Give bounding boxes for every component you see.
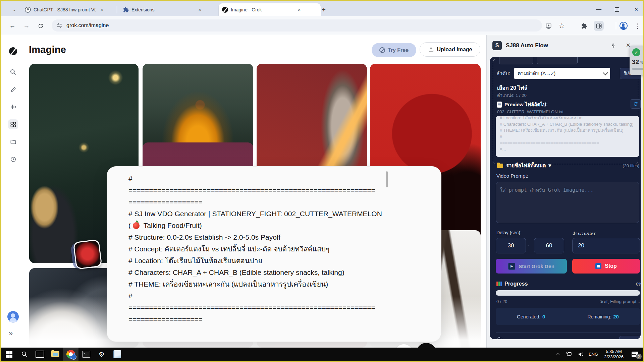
progress-bar [496, 290, 640, 296]
clear-log-button[interactable]: Clear [619, 336, 641, 339]
notification-badge: 2 [636, 354, 642, 359]
expand-rail-icon[interactable]: » [9, 329, 13, 338]
library-icon[interactable] [8, 137, 18, 147]
tab-close-icon[interactable]: × [197, 7, 203, 13]
file-count: (20 files) [623, 163, 639, 168]
time-text: 5:35 AM [600, 349, 627, 354]
shield-check-icon: ✓ [632, 48, 640, 56]
order-select[interactable]: ตามลำดับ (A→Z) [514, 68, 610, 79]
side-panel-icon[interactable] [594, 21, 604, 31]
bookmark-star-icon[interactable]: ☆ [557, 21, 567, 31]
text-line: # THEME: เครื่องเขียนทะเลาะกัน (แปลงเป็น… [128, 278, 386, 290]
window-maximize-button[interactable] [612, 5, 622, 13]
tab-search-button[interactable]: ⌄ [9, 5, 20, 13]
reload-icon[interactable] [36, 21, 46, 31]
generated-value: 0 [542, 314, 545, 319]
video-prompt-textarea[interactable] [496, 182, 639, 223]
tab-close-icon[interactable]: × [99, 7, 105, 13]
new-tab-button[interactable]: + [319, 6, 328, 14]
selected-files-text: เลือก 20 ไฟล์ [497, 84, 527, 92]
date-text: 2/23/2026 [600, 354, 627, 360]
truncated-button[interactable] [499, 57, 533, 64]
task-view-icon[interactable] [32, 348, 48, 361]
chevron-down-icon [603, 70, 608, 75]
progress-count: 0 / 20 [496, 299, 507, 304]
chatgpt-favicon-icon [25, 7, 31, 13]
autoflow-card: ลำดับ: ตามลำดับ (A→Z) รีเซ็ต เลือก 20 ไฟ… [490, 57, 641, 339]
delay-max-input[interactable] [534, 238, 564, 253]
progress-numbers: 0 / 20 âœï¸ Filling prompt... [496, 299, 640, 304]
refresh-preview-button[interactable] [631, 99, 641, 109]
fruit-icon [133, 222, 140, 229]
notepad-icon[interactable] [109, 348, 125, 361]
imagine-tab-icon[interactable] [8, 119, 18, 129]
text-line: # Structure: 0.0-2.0s Establish -> 2.0-5… [128, 231, 386, 243]
tab-extensions[interactable]: Extensions × [119, 3, 219, 16]
file-list-toggle[interactable]: รายชื่อไฟล์ทั้งหมด ▼ (20 files) [497, 162, 639, 170]
start-button[interactable] [1, 348, 17, 361]
voice-icon[interactable] [8, 102, 18, 112]
generated-label: Generated: [517, 314, 540, 319]
stop-button[interactable]: Stop [572, 259, 640, 274]
progress-header: Progress [496, 281, 528, 287]
text-line: ================== [128, 313, 386, 325]
back-icon[interactable]: ← [7, 21, 17, 31]
screen: ⌄ ChatGPT - SJ88 Inw promt VDO × Extensi… [0, 0, 644, 362]
profile-avatar-icon[interactable] [619, 21, 629, 31]
taskbar: >_ ⚙ ENG 5:35 AM 2/23/2026 2 [1, 348, 643, 361]
truncated-button[interactable] [537, 57, 578, 64]
video-prompt-label: Video Prompt: [496, 173, 528, 179]
text-line: # Concept: คัตเตอร์แตงโม vs เทปลิ้นจี่ แ… [128, 243, 386, 255]
menu-dots-icon[interactable]: ⋮ [633, 21, 643, 31]
rounds-input[interactable] [572, 238, 640, 253]
window-minimize-button[interactable]: — [594, 5, 604, 13]
network-icon[interactable] [564, 348, 575, 361]
user-avatar[interactable] [7, 311, 19, 322]
text-line: # [128, 173, 386, 184]
volume-icon[interactable] [575, 348, 586, 361]
taskbar-search-icon[interactable] [17, 348, 32, 361]
terminal-icon[interactable]: >_ [78, 348, 94, 361]
upload-icon [428, 47, 434, 53]
play-icon: ▶ [508, 263, 515, 270]
folder-icon [497, 164, 503, 168]
language-indicator[interactable]: ENG [586, 352, 600, 357]
stop-icon [595, 263, 601, 269]
site-settings-icon[interactable] [56, 22, 62, 28]
url-text[interactable]: grok.com/imagine [66, 22, 109, 28]
file-explorer-icon[interactable] [48, 348, 63, 361]
extensions-favicon-icon [123, 7, 129, 13]
pin-icon[interactable] [608, 41, 618, 50]
taskbar-clock[interactable]: 5:35 AM 2/23/2026 [600, 349, 627, 360]
history-icon[interactable] [8, 154, 18, 164]
address-bar[interactable]: grok.com/imagine [52, 19, 542, 32]
tab-chatgpt[interactable]: ChatGPT - SJ88 Inw promt VDO × [21, 3, 121, 16]
forward-icon[interactable]: → [21, 21, 32, 31]
window-close-button[interactable]: × [631, 5, 641, 13]
start-grok-gen-button[interactable]: ▶ Start Grok Gen [496, 259, 567, 274]
clipboard-icon [497, 338, 502, 339]
search-icon[interactable] [8, 67, 18, 77]
prompt-overlay[interactable]: #=======================================… [107, 166, 441, 342]
overlay-scrollbar[interactable] [386, 171, 388, 187]
security-badge-overlay: ✓ 32 % [630, 46, 644, 75]
toolbar-separator [616, 22, 616, 29]
tab-strip: ⌄ ChatGPT - SJ88 Inw promt VDO × Extensi… [1, 1, 643, 16]
try-free-button[interactable]: Try Free [372, 43, 416, 57]
upload-image-button[interactable]: Upload image [420, 42, 480, 57]
install-app-icon[interactable] [543, 21, 553, 31]
prompt-text[interactable]: #=======================================… [128, 173, 386, 325]
text-line: # Location: โต๊ะเรียนไม้ในห้องเรียนตอนบ่… [500, 116, 635, 121]
extensions-puzzle-icon[interactable] [579, 21, 589, 31]
stats-box: Generated:0 Remaining:20 [496, 308, 640, 325]
tab-close-icon[interactable]: × [296, 7, 302, 13]
settings-gear-icon[interactable]: ⚙ [94, 348, 109, 361]
delay-min-input[interactable] [496, 238, 526, 253]
tray-chevron-icon[interactable] [552, 348, 564, 361]
text-line: ======================================= [500, 140, 635, 146]
compose-icon[interactable] [8, 84, 18, 95]
attached-image-chip[interactable] [73, 239, 101, 269]
tab-grok-active[interactable]: Imagine - Grok × [219, 3, 321, 16]
chrome-taskbar-icon[interactable] [63, 348, 78, 361]
notification-center-icon[interactable]: 2 [627, 348, 643, 361]
